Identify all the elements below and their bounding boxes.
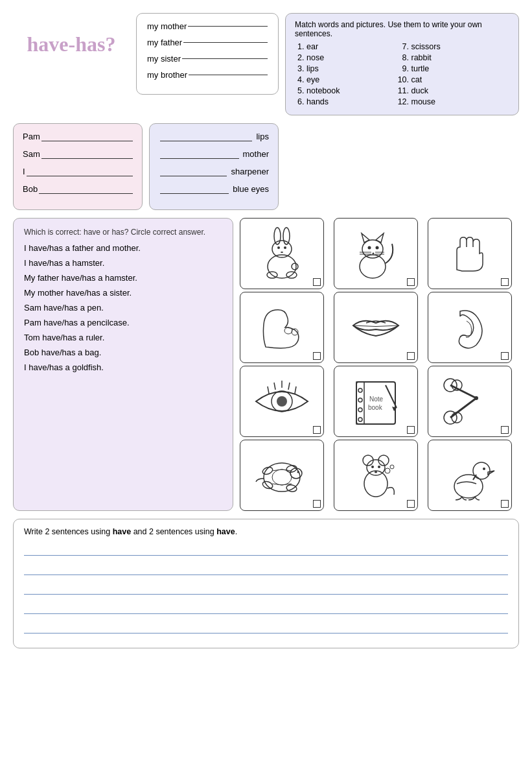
sentence-6: Pam have/has a pencilcase. — [24, 318, 222, 327]
image-hands — [428, 218, 512, 289]
svg-point-61 — [371, 466, 374, 468]
svg-point-64 — [385, 468, 390, 473]
family-underline-3 — [182, 58, 268, 59]
sentence-7: Tom have/has a ruler. — [24, 333, 222, 342]
writing-bold-1: have — [113, 527, 132, 536]
checkbox-eye[interactable] — [313, 426, 321, 434]
match-item-12: mouse — [411, 97, 510, 106]
writing-bold-2: have — [216, 527, 235, 536]
svg-point-4 — [277, 246, 280, 249]
match-item-7: scissors — [411, 42, 510, 51]
checkbox-lips[interactable] — [407, 352, 415, 360]
writing-instruction: Write 2 sentences using have and 2 sente… — [24, 527, 508, 536]
svg-line-26 — [274, 383, 275, 390]
notebook-icon: Note book — [343, 372, 408, 431]
match-item-5: notebook — [306, 86, 405, 95]
writing-line-1 — [24, 543, 508, 556]
sentence-2: I have/has a hamster. — [24, 258, 222, 268]
match-item-11: duck — [411, 86, 510, 95]
writing-suffix: . — [235, 527, 237, 536]
svg-point-53 — [262, 466, 273, 476]
svg-rect-30 — [356, 382, 395, 424]
scissors-icon — [437, 372, 502, 431]
sentence-9: I have/has a goldfish. — [24, 362, 222, 372]
svg-point-52 — [297, 471, 299, 473]
family-line-4: my brother — [147, 70, 268, 80]
name-label-1: Pam — [23, 132, 40, 141]
image-mouse — [334, 440, 418, 511]
image-cat — [334, 218, 418, 289]
checkbox-turtle[interactable] — [313, 500, 321, 508]
svg-point-11 — [362, 240, 383, 258]
writing-prefix: Write 2 sentences using — [24, 527, 113, 536]
blank-underline-3 — [160, 176, 227, 176]
image-foot — [240, 292, 324, 363]
exercise-instruction: Which is correct: have or has? Circle co… — [24, 228, 222, 237]
writing-line-5 — [24, 621, 508, 634]
checkbox-scissors[interactable] — [501, 426, 509, 434]
writing-line-3 — [24, 582, 508, 595]
match-item-4: eye — [306, 75, 405, 84]
eye-icon — [249, 372, 314, 431]
checkbox-duck[interactable] — [501, 500, 509, 508]
checkbox-notebook[interactable] — [407, 426, 415, 434]
mouse-icon — [343, 446, 408, 504]
checkbox-foot[interactable] — [313, 352, 321, 360]
sentence-1: I have/has a father and mother. — [24, 243, 222, 253]
rabbit-icon — [249, 224, 314, 283]
svg-text:Note: Note — [369, 396, 384, 403]
family-underline-1 — [188, 26, 268, 27]
images-grid: Note book — [240, 218, 519, 511]
names-box: Pam Sam I Bob — [13, 123, 143, 210]
blank-underline-4 — [160, 193, 229, 194]
name-label-4: Bob — [23, 184, 38, 194]
svg-text:book: book — [368, 404, 383, 411]
family-label-4: my brother — [147, 70, 187, 80]
match-intro: Match words and pictures. Use them to wr… — [295, 20, 509, 38]
name-line-2: Sam — [23, 149, 133, 159]
checkbox-mouse[interactable] — [407, 500, 415, 508]
svg-point-42 — [474, 396, 478, 400]
name-underline-3 — [27, 176, 133, 176]
svg-marker-16 — [372, 252, 375, 254]
checkbox-cat[interactable] — [407, 278, 415, 286]
image-duck — [428, 440, 512, 511]
writing-mid: and 2 sentences using — [131, 527, 216, 536]
svg-point-63 — [375, 471, 377, 473]
top-section: have-has? my mother my father my sister … — [13, 13, 519, 115]
family-label-1: my mother — [147, 21, 187, 31]
image-ear — [428, 292, 512, 363]
turtle-icon — [249, 446, 314, 504]
match-item-3: lips — [306, 64, 405, 73]
sentence-3: My father have/has a hamster. — [24, 273, 222, 283]
name-underline-4 — [39, 193, 133, 194]
exercise-box: Which is correct: have or has? Circle co… — [13, 218, 233, 511]
svg-point-33 — [358, 398, 362, 402]
cat-icon — [343, 224, 408, 283]
svg-point-14 — [368, 246, 371, 250]
lips-icon — [343, 298, 408, 357]
writing-line-4 — [24, 601, 508, 614]
checkbox-rabbit[interactable] — [313, 278, 321, 286]
blanks-box: lips mother sharpener blue eyes — [149, 123, 279, 210]
sentence-5: Sam have/has a pen. — [24, 303, 222, 313]
svg-point-21 — [284, 327, 292, 334]
name-label-2: Sam — [23, 149, 40, 159]
svg-point-32 — [358, 388, 362, 392]
image-lips — [334, 292, 418, 363]
match-item-6: hands — [306, 97, 405, 106]
blank-underline-2 — [160, 158, 239, 159]
blank-line-4: blue eyes — [159, 184, 269, 194]
checkbox-hands[interactable] — [501, 278, 509, 286]
checkbox-ear[interactable] — [501, 352, 509, 360]
svg-point-34 — [358, 408, 362, 412]
blank-label-1: lips — [256, 132, 269, 141]
match-item-2: nose — [306, 53, 405, 62]
page-title: have-has? — [27, 32, 116, 56]
svg-line-25 — [268, 386, 269, 394]
name-line-1: Pam — [23, 132, 133, 141]
svg-point-5 — [284, 246, 286, 249]
svg-line-29 — [295, 386, 296, 394]
sentence-8: Bob have/has a bag. — [24, 348, 222, 357]
svg-point-57 — [364, 471, 387, 497]
